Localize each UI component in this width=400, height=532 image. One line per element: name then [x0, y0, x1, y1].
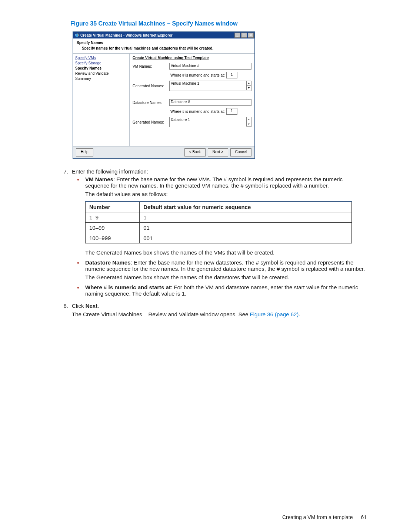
bullet-ds-p2: The Generated Names box shows the names …: [85, 274, 367, 280]
sidebar-step-summary: Summary: [75, 77, 127, 81]
table-row: 10–99 01: [86, 223, 352, 233]
section-heading: Create Virtual Machine using Test Templa…: [133, 56, 251, 60]
figure-title: Create Virtual Machines – Specify Names …: [99, 20, 238, 27]
close-button[interactable]: ✕: [248, 33, 254, 38]
page-footer: Creating a VM from a template 61: [282, 514, 367, 520]
sidebar-step-specify-storage[interactable]: Specify Storage: [75, 61, 127, 65]
figure-caption: Figure 35 Create Virtual Machines – Spec…: [70, 20, 367, 27]
bullet-vm-names-p2: The default values are as follows:: [85, 191, 367, 197]
figure-36-link[interactable]: Figure 36 (page 62): [250, 311, 299, 317]
instructions-body: 7. Enter the following information: VM N…: [56, 168, 367, 320]
vm-starts-input[interactable]: 1: [226, 72, 237, 78]
ds-generated-output: Datastore 1: [169, 117, 251, 127]
minimize-button[interactable]: _: [234, 33, 240, 38]
ds-names-label: Datastore Names:: [133, 101, 168, 105]
window-title: Create Virtual Machines - Windows Intern…: [80, 33, 173, 37]
step-7-text: Enter the following information:: [72, 168, 148, 175]
sidebar-step-specify-vms[interactable]: Specify VMs: [75, 56, 127, 60]
vm-starts-label: Where # is numeric and starts at:: [170, 73, 225, 77]
bullet-vm-names-p3: The Generated Names box shows the names …: [85, 249, 367, 256]
table-row: 100–999 001: [86, 233, 352, 243]
step-8-text: Click Next.: [72, 303, 99, 309]
wizard-footer: Help < Back Next > Cancel: [73, 146, 254, 158]
ds-starts-input[interactable]: 1: [226, 108, 237, 115]
step-8-p2: The Create Virtual Machines – Review and…: [72, 311, 367, 317]
th-number: Number: [86, 202, 140, 212]
back-button[interactable]: < Back: [184, 148, 206, 156]
vm-names-input[interactable]: Virtual Machine #: [169, 63, 251, 70]
ds-starts-label: Where # is numeric and starts at:: [170, 110, 225, 114]
specify-names-window: Create Virtual Machines - Windows Intern…: [73, 31, 255, 159]
vm-generated-label: Generated Names:: [133, 84, 168, 88]
vm-generated-scroll[interactable]: ▲▼: [246, 81, 251, 90]
wizard-subtitle: Specify names for the virtual machines a…: [82, 46, 251, 50]
ds-names-input[interactable]: Datastore #: [169, 99, 251, 106]
next-button[interactable]: Next >: [208, 148, 228, 156]
window-titlebar: Create Virtual Machines - Windows Intern…: [73, 32, 254, 38]
ie-icon: [74, 33, 79, 37]
wizard-sidebar: Specify VMs Specify Storage Specify Name…: [73, 54, 130, 146]
step-7-number: 7.: [56, 168, 68, 300]
page-number: 61: [361, 514, 367, 520]
maximize-button[interactable]: □: [241, 33, 247, 38]
defaults-table: Number Default start value for numeric s…: [85, 201, 352, 243]
step-8-number: 8.: [56, 303, 68, 320]
cancel-button[interactable]: Cancel: [230, 148, 251, 156]
wizard-header: Specify Names Specify names for the virt…: [73, 38, 254, 54]
bullet-vm-names: VM Names: Enter the base name for the ne…: [85, 176, 367, 256]
bullet-datastore-names: Datastore Names: Enter the base name for…: [85, 259, 367, 280]
wizard-main-panel: Create Virtual Machine using Test Templa…: [130, 54, 254, 146]
ds-generated-label: Generated Names:: [133, 120, 168, 124]
wizard-title: Specify Names: [77, 41, 251, 45]
figure-number: Figure 35: [70, 20, 97, 27]
table-row: 1–9 1: [86, 212, 352, 223]
th-default: Default start value for numeric sequence: [140, 202, 352, 212]
footer-text: Creating a VM from a template: [282, 514, 353, 520]
ds-generated-scroll[interactable]: ▲▼: [246, 117, 251, 127]
sidebar-step-specify-names: Specify Names: [75, 66, 127, 70]
vm-names-label: VM Names:: [133, 64, 168, 68]
help-button[interactable]: Help: [76, 148, 93, 156]
vm-generated-output: Virtual Machine 1: [169, 81, 251, 91]
bullet-where-numeric: Where # is numeric and starts at: For bo…: [85, 284, 367, 297]
sidebar-step-review: Review and Validate: [75, 71, 127, 75]
